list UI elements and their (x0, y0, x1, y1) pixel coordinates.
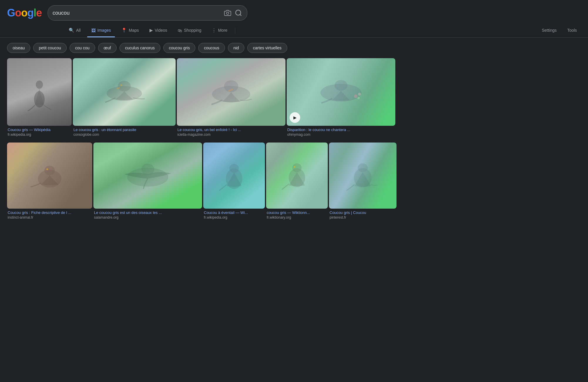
card-1-3-title[interactable]: Le coucou gris, un bel enfoiré ! - Ici .… (177, 128, 285, 132)
more-dots-icon: ⋮ (212, 28, 216, 33)
card-1-1-source: fr.wikipedia.org (8, 133, 71, 137)
image-row-1: Coucou gris — Wikipédia fr.wikipedia.org (7, 58, 581, 137)
chip-nid[interactable]: nid (228, 43, 245, 53)
svg-point-12 (354, 95, 357, 98)
search-icons (224, 9, 242, 17)
image-card-1-2[interactable]: Le coucou gris : un étonnant parasite co… (73, 58, 176, 137)
chip-oiseau[interactable]: oiseau (7, 43, 30, 53)
image-card-2-4[interactable]: coucou gris — Wiktionn... fr.wiktionary.… (266, 143, 328, 220)
header: Google coucou (0, 0, 588, 21)
svg-point-21 (229, 164, 239, 173)
svg-point-23 (292, 163, 302, 172)
card-2-5-info: Coucou gris | Coucou pinterest.fr (329, 209, 397, 220)
svg-point-14 (357, 97, 360, 99)
maps-icon: 📍 (121, 28, 127, 33)
nav-images-label: Images (98, 28, 111, 33)
nav-videos-label: Videos (155, 28, 167, 33)
nav-tools-label: Tools (567, 28, 577, 33)
card-2-3-source: fr.wikipedia.org (204, 215, 264, 220)
nav-videos[interactable]: ▶ Videos (145, 24, 172, 37)
chip-cuculus-canorus[interactable]: cuculus canorus (120, 43, 160, 53)
image-card-2-5[interactable]: Coucou gris | Coucou pinterest.fr (329, 143, 397, 220)
shopping-icon: 🛍 (178, 28, 182, 33)
google-logo[interactable]: Google (7, 7, 42, 19)
chip-cartes-virtuelles[interactable]: cartes virtuelles (247, 43, 287, 53)
svg-point-13 (358, 93, 361, 96)
card-2-1-title[interactable]: Coucou gris : Fiche descriptive de l ... (8, 210, 92, 215)
svg-point-26 (358, 163, 368, 172)
navigation: 🔍 All 🖼 Images 📍 Maps ▶ Videos 🛍 Shoppin… (0, 21, 588, 38)
card-2-3-title[interactable]: Coucou à éventail — Wi... (204, 210, 264, 215)
nav-shopping[interactable]: 🛍 Shopping (174, 24, 205, 37)
svg-point-4 (36, 81, 43, 89)
svg-point-1 (236, 10, 241, 15)
nav-images[interactable]: 🖼 Images (87, 24, 115, 37)
nav-all[interactable]: 🔍 All (65, 24, 85, 37)
play-button-1-4[interactable]: ▶ (290, 112, 300, 123)
logo-letter-g: G (7, 7, 15, 19)
filter-chips: oiseau petit coucou cou cou œuf cuculus … (0, 38, 588, 58)
card-1-4-title[interactable]: Disparition : le coucou ne chantera ... (287, 128, 395, 132)
svg-point-11 (335, 80, 347, 91)
search-bar[interactable]: coucou (48, 5, 247, 21)
card-2-2-source: salamandre.org (94, 215, 201, 220)
card-1-2-source: consoglobe.com (73, 133, 175, 137)
svg-point-24 (294, 166, 295, 168)
card-1-1-info: Coucou gris — Wikipédia fr.wikipedia.org (7, 126, 72, 137)
image-row-2: Coucou gris : Fiche descriptive de l ...… (7, 143, 581, 220)
logo-letter-l: l (33, 7, 36, 19)
svg-point-7 (120, 84, 122, 86)
logo-letter-o2: o (21, 7, 27, 19)
chip-cou-cou[interactable]: cou cou (70, 43, 95, 53)
card-2-4-source: fr.wiktionary.org (267, 215, 327, 220)
images-icon: 🖼 (91, 28, 96, 33)
card-2-1-info: Coucou gris : Fiche descriptive de l ...… (7, 209, 92, 220)
chip-coucou-gris[interactable]: coucou gris (163, 43, 196, 53)
svg-point-17 (46, 168, 48, 170)
nav-more[interactable]: ⋮ More (208, 24, 231, 37)
card-2-4-title[interactable]: coucou gris — Wiktionn... (267, 210, 327, 215)
card-1-1-title[interactable]: Coucou gris — Wikipédia (8, 128, 71, 132)
chip-oeuf[interactable]: œuf (98, 43, 117, 53)
chip-coucous[interactable]: coucous (198, 43, 225, 53)
nav-all-label: All (76, 28, 81, 33)
videos-icon: ▶ (149, 28, 153, 33)
image-card-2-2[interactable]: Le coucou gris est un des oiseaux les ..… (93, 143, 202, 220)
image-card-1-4[interactable]: ▶ Disparition : le coucou ne chantera ..… (287, 58, 395, 137)
card-1-2-title[interactable]: Le coucou gris : un étonnant parasite (73, 128, 175, 132)
nav-settings-label: Settings (542, 28, 557, 33)
image-grid: Coucou gris — Wikipédia fr.wikipedia.org (0, 58, 588, 225)
logo-letter-o1: o (15, 7, 21, 19)
image-card-1-1[interactable]: Coucou gris — Wikipédia fr.wikipedia.org (7, 58, 72, 137)
card-2-2-info: Le coucou gris est un des oiseaux les ..… (93, 209, 202, 220)
card-2-3-info: Coucou à éventail — Wi... fr.wikipedia.o… (203, 209, 265, 220)
image-card-2-1[interactable]: Coucou gris : Fiche descriptive de l ...… (7, 143, 92, 220)
card-1-3-source: icietla-magazine.com (177, 133, 285, 137)
logo-letter-g2: g (27, 7, 33, 19)
card-2-1-source: instinct-animal.fr (8, 215, 92, 220)
camera-search-icon[interactable] (224, 9, 231, 16)
card-2-4-info: coucou gris — Wiktionn... fr.wiktionary.… (266, 209, 328, 220)
card-2-5-source: pinterest.fr (330, 215, 396, 220)
search-input[interactable]: coucou (53, 10, 224, 16)
nav-divider (235, 28, 235, 34)
card-2-2-title[interactable]: Le coucou gris est un des oiseaux les ..… (94, 210, 201, 215)
nav-maps-label: Maps (129, 28, 139, 33)
nav-tools[interactable]: Tools (563, 24, 581, 37)
card-2-5-title[interactable]: Coucou gris | Coucou (330, 210, 396, 215)
image-card-2-3[interactable]: Coucou à éventail — Wi... fr.wikipedia.o… (203, 143, 265, 220)
card-1-4-source: ohmymag.com (287, 133, 395, 137)
svg-point-16 (44, 166, 55, 175)
nav-settings[interactable]: Settings (538, 24, 561, 37)
nav-more-label: More (218, 28, 227, 33)
svg-point-0 (226, 12, 229, 14)
search-icon: 🔍 (69, 28, 74, 33)
svg-line-2 (240, 14, 241, 16)
search-submit-icon[interactable] (235, 9, 242, 17)
card-1-2-info: Le coucou gris : un étonnant parasite co… (73, 126, 176, 137)
nav-maps[interactable]: 📍 Maps (117, 24, 143, 37)
card-1-3-info: Le coucou gris, un bel enfoiré ! - Ici .… (177, 126, 285, 137)
card-1-4-info: Disparition : le coucou ne chantera ... … (287, 126, 395, 137)
image-card-1-3[interactable]: Le coucou gris, un bel enfoiré ! - Ici .… (177, 58, 285, 137)
chip-petit-coucou[interactable]: petit coucou (33, 43, 67, 53)
